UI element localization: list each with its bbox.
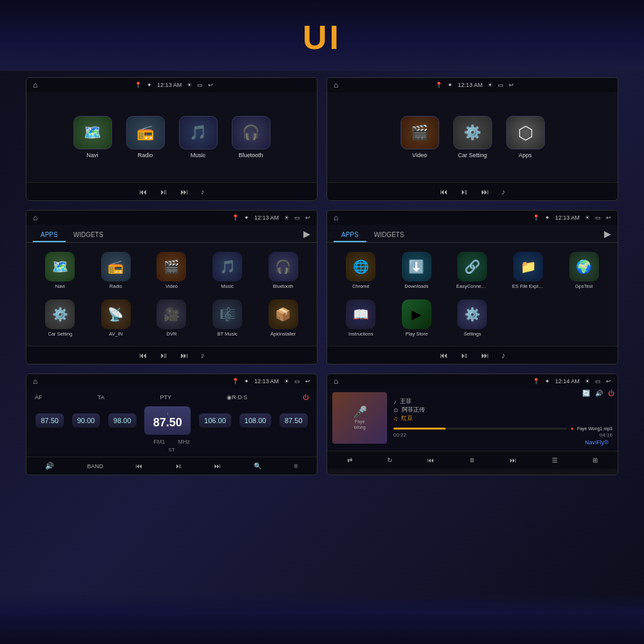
- tab-apps-4[interactable]: APPS: [334, 229, 366, 242]
- menu-btn-6[interactable]: ⊞: [592, 457, 598, 464]
- freq-9000[interactable]: 90.00: [72, 413, 100, 428]
- media-bottom-6: ⇄ ↻ ⏮ ⏸ ⏭ ☰ ⊞: [327, 451, 618, 469]
- list-item[interactable]: 🎼 BT Music: [202, 299, 254, 337]
- prev-btn-6[interactable]: ⏮: [428, 457, 434, 464]
- play-pause-btn[interactable]: ⏸: [469, 457, 475, 464]
- list-item[interactable]: ▶ Play Store: [391, 299, 443, 337]
- tab-widgets-4[interactable]: WIDGETS: [366, 229, 412, 242]
- tab-widgets-3[interactable]: WIDGETS: [66, 229, 111, 242]
- radio-top-bar: AF TA PTY ◉R·D·S ⏻: [32, 392, 312, 402]
- vol-btn-5[interactable]: 🔊: [45, 462, 54, 470]
- app-bluetooth[interactable]: 🎧 Bluetooth: [229, 116, 274, 158]
- freq-8750b[interactable]: 87.50: [279, 413, 308, 428]
- freq-10600[interactable]: 106.00: [199, 413, 231, 428]
- list-item[interactable]: 🎬 Video: [146, 252, 198, 289]
- next-btn-4[interactable]: ⏭: [481, 351, 489, 360]
- next-btn-5[interactable]: ⏭: [214, 462, 221, 469]
- note-icon-2: ♪: [502, 187, 506, 196]
- track-icon-3: ♫: [393, 415, 398, 422]
- carsetting-label-3: Car Setting: [48, 331, 73, 337]
- prev-btn-2[interactable]: ⏮: [440, 187, 448, 196]
- upload-btn-3[interactable]: ▶: [303, 229, 310, 239]
- prev-btn-1[interactable]: ⏮: [139, 187, 147, 196]
- back-icon-6[interactable]: ↩: [606, 378, 611, 384]
- freq-9800[interactable]: 98.00: [108, 413, 137, 428]
- list-item[interactable]: 📦 ApkInstaller: [257, 299, 309, 337]
- apkinstaller-icon-3: 📦: [269, 299, 298, 329]
- play-btn-2[interactable]: ⏯: [460, 187, 468, 196]
- list-item[interactable]: ⬇️ Downloads: [391, 252, 443, 289]
- app-video[interactable]: 🎬 Video: [397, 116, 442, 158]
- home-icon-6[interactable]: ⌂: [334, 377, 338, 386]
- content-grid: ⌂ 📍 ✦ 12:13 AM ☀ ▭ ↩ 🗺️ Navi 📻 Radio: [0, 71, 644, 482]
- back-icon-5[interactable]: ↩: [305, 378, 310, 384]
- play-btn-3[interactable]: ⏯: [160, 351, 167, 360]
- music-label: Music: [191, 152, 206, 158]
- app-apps[interactable]: ⬡ Apps: [503, 116, 548, 158]
- prev-btn-4[interactable]: ⏮: [440, 351, 448, 360]
- list-btn-6[interactable]: ☰: [552, 457, 558, 464]
- play-btn-1[interactable]: ⏯: [160, 187, 167, 196]
- shuffle-btn[interactable]: ⇄: [347, 457, 352, 464]
- list-item[interactable]: 🔗 EasyConnecti..: [446, 252, 498, 289]
- freq-8750[interactable]: 87.50: [35, 413, 64, 428]
- track-1[interactable]: ♪ 王菲: [393, 397, 612, 406]
- upload-btn-4[interactable]: ▶: [604, 229, 611, 239]
- next-btn-2[interactable]: ⏭: [481, 187, 489, 196]
- home-icon-3[interactable]: ⌂: [33, 213, 37, 222]
- list-item[interactable]: 📡 AV_IN: [90, 299, 142, 337]
- back-icon-3[interactable]: ↩: [305, 214, 310, 221]
- search-btn-5[interactable]: 🔍: [254, 462, 261, 469]
- play-btn-5[interactable]: ⏯: [175, 462, 182, 469]
- back-icon-2[interactable]: ↩: [509, 82, 514, 88]
- prev-btn-5[interactable]: ⏮: [136, 462, 142, 469]
- back-icon[interactable]: ↩: [208, 82, 213, 88]
- list-item[interactable]: 🌐 Chrome: [335, 252, 387, 289]
- power-btn-6[interactable]: ⏻: [608, 390, 614, 397]
- list-item[interactable]: 🎥 DVR: [146, 299, 198, 337]
- next-btn-6[interactable]: ⏭: [510, 457, 516, 464]
- repeat-btn[interactable]: ↻: [387, 457, 392, 464]
- home-icon-4[interactable]: ⌂: [334, 213, 338, 222]
- instructions-icon-4: 📖: [346, 299, 375, 329]
- track-2[interactable]: ⊙ 阿菲正传: [393, 406, 612, 414]
- list-item[interactable]: 🎧 Bluetooth: [257, 252, 309, 289]
- play-btn-4[interactable]: ⏯: [460, 351, 468, 360]
- progress-bar[interactable]: [393, 428, 567, 430]
- brightness-icon-6: ☀: [585, 378, 590, 384]
- app-navi[interactable]: 🗺️ Navi: [70, 116, 115, 158]
- track-3[interactable]: ♫ 红豆: [393, 414, 612, 422]
- music-label-3: Music: [221, 283, 234, 289]
- home-icon-2[interactable]: ⌂: [334, 80, 338, 90]
- ta-btn[interactable]: TA: [98, 394, 105, 401]
- next-btn-3[interactable]: ⏭: [180, 351, 188, 360]
- back-icon-4[interactable]: ↩: [606, 214, 611, 221]
- list-item[interactable]: ⚙️ Settings: [446, 299, 498, 337]
- app-music[interactable]: 🎵 Music: [176, 116, 221, 158]
- tab-apps-3[interactable]: APPS: [33, 229, 66, 242]
- pty-btn[interactable]: PTY: [160, 394, 171, 401]
- af-btn[interactable]: AF: [35, 394, 43, 401]
- home-icon[interactable]: ⌂: [33, 80, 37, 90]
- list-item[interactable]: 🗺️ Navi: [34, 252, 86, 289]
- screen-panel-3: ⌂ 📍 ✦ 12:13 AM ☀ ▭ ↩ APPS WIDGETS ▶ 🗺️ N…: [26, 210, 317, 365]
- app-radio[interactable]: 📻 Radio: [123, 116, 168, 158]
- home-icon-5[interactable]: ⌂: [33, 377, 37, 386]
- list-item[interactable]: ⚙️ Car Setting: [34, 299, 86, 337]
- power-btn[interactable]: ⏻: [303, 394, 308, 401]
- list-btn-5[interactable]: ≡: [294, 462, 298, 469]
- list-item[interactable]: 📻 Radio: [90, 252, 142, 289]
- band-btn[interactable]: BAND: [87, 463, 103, 469]
- list-item[interactable]: 📖 Instructions: [335, 299, 387, 337]
- list-item[interactable]: 🎵 Music: [202, 252, 254, 289]
- freq-10800[interactable]: 108.00: [240, 413, 272, 428]
- prev-btn-3[interactable]: ⏮: [139, 351, 147, 360]
- track-name-1: 王菲: [400, 397, 412, 406]
- repeat-icon[interactable]: 🔄: [582, 390, 590, 397]
- vol-icon-6[interactable]: 🔊: [595, 390, 603, 397]
- next-btn-1[interactable]: ⏭: [180, 187, 188, 196]
- home-icon-1: ⌂: [33, 80, 37, 90]
- list-item[interactable]: 📁 ES File Explorer: [502, 252, 554, 289]
- app-carsetting[interactable]: ⚙️ Car Setting: [450, 116, 495, 158]
- list-item[interactable]: 🌍 GpsTest: [558, 252, 610, 289]
